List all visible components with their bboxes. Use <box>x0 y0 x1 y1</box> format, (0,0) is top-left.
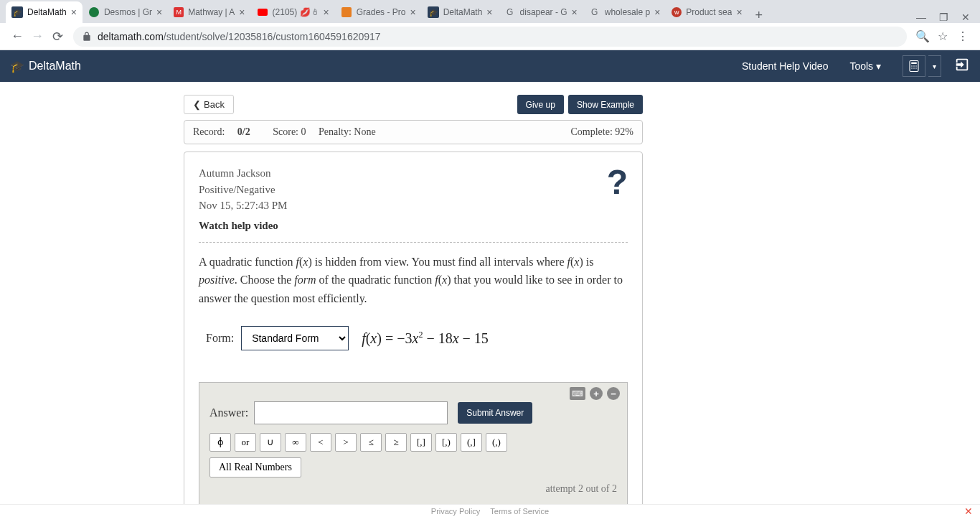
symbol-ge-button[interactable]: ≥ <box>385 433 407 452</box>
close-icon[interactable]: × <box>572 6 578 18</box>
tab-title: Product sea <box>686 7 732 17</box>
student-help-video-link[interactable]: Student Help Video <box>742 60 828 72</box>
svg-point-2 <box>911 65 913 67</box>
answer-box: ⌨ + − Answer: Submit Answer ϕ or ∪ ∞ < >… <box>199 382 628 506</box>
tab-mathway[interactable]: M Mathway | A × <box>168 1 250 23</box>
grades-favicon <box>341 6 352 18</box>
symbol-open-button[interactable]: (,) <box>486 433 507 452</box>
keyboard-icon[interactable]: ⌨ <box>570 387 585 400</box>
answer-label: Answer: <box>209 406 248 419</box>
privacy-policy-link[interactable]: Privacy Policy <box>431 507 480 516</box>
brand-text: DeltaMath <box>29 60 81 73</box>
close-icon[interactable]: × <box>324 6 329 18</box>
symbol-or-button[interactable]: or <box>235 433 256 452</box>
youtube-favicon <box>257 6 268 18</box>
submit-answer-button[interactable]: Submit Answer <box>458 402 532 424</box>
show-example-button[interactable]: Show Example <box>568 95 643 114</box>
give-up-button[interactable]: Give up <box>517 95 564 114</box>
svg-point-3 <box>913 65 915 67</box>
address-bar: ← → ⟳ deltamath.com/student/solve/120358… <box>0 23 980 50</box>
back-label: Back <box>204 99 225 110</box>
score-text: Score: 0 <box>273 126 306 137</box>
equation-display: f(x) = −3x2 − 18x − 15 <box>362 330 489 347</box>
svg-rect-1 <box>911 62 917 64</box>
bookmark-icon[interactable]: ☆ <box>933 29 953 43</box>
symbol-phi-button[interactable]: ϕ <box>209 433 231 452</box>
w-favicon: w <box>672 7 682 17</box>
symbol-gt-button[interactable]: > <box>335 433 357 452</box>
tab-youtube[interactable]: (2105) 💋🕯 × <box>251 1 335 23</box>
watch-help-video-link[interactable]: Watch help video <box>199 220 628 232</box>
calculator-dropdown[interactable]: ▾ <box>928 55 941 77</box>
symbol-le-button[interactable]: ≤ <box>360 433 382 452</box>
tab-deltamath-active[interactable]: 🎓 DeltaMath × <box>6 1 83 23</box>
record-value: 0/2 <box>237 126 250 137</box>
chevron-left-icon: ❮ <box>193 99 201 110</box>
student-name: Autumn Jackson <box>199 165 628 182</box>
footer-close-icon[interactable]: ✕ <box>964 506 973 517</box>
close-icon[interactable]: × <box>654 6 660 18</box>
calculator-icon <box>908 60 920 73</box>
close-window-icon[interactable]: ✕ <box>961 11 970 23</box>
tab-grades[interactable]: Grades - Pro × <box>335 1 422 23</box>
question-help-icon[interactable]: ? <box>607 162 628 202</box>
tab-deltamath-2[interactable]: 🎓 DeltaMath × <box>422 1 499 23</box>
tab-wholesale[interactable]: G wholesale p × <box>583 1 666 23</box>
url-domain: deltamath.com <box>98 31 164 42</box>
problem-topic: Positive/Negative <box>199 182 628 198</box>
remove-answer-icon[interactable]: − <box>607 387 620 400</box>
mathway-favicon: M <box>174 7 184 17</box>
divider <box>199 242 628 243</box>
penalty-text: Penalty: None <box>319 126 376 137</box>
form-select[interactable]: Standard Form <box>241 326 349 350</box>
symbol-halfopen2-button[interactable]: (,] <box>461 433 482 452</box>
deltamath-favicon: 🎓 <box>428 6 439 18</box>
svg-point-7 <box>915 67 917 69</box>
deltamath-logo[interactable]: 🎓 DeltaMath <box>10 60 81 73</box>
tab-disapear[interactable]: G disapear - G × <box>499 1 583 23</box>
record-bar: Record: 0/2 Score: 0 Penalty: None Compl… <box>184 120 643 144</box>
browser-tab-bar: 🎓 DeltaMath × Desmos | Gr × M Mathway | … <box>0 0 980 23</box>
svg-point-6 <box>913 67 915 69</box>
symbol-infinity-button[interactable]: ∞ <box>285 433 306 452</box>
close-icon[interactable]: × <box>71 6 77 18</box>
maximize-icon[interactable]: ❐ <box>939 11 948 23</box>
close-icon[interactable]: × <box>156 6 162 18</box>
add-answer-icon[interactable]: + <box>590 387 603 400</box>
close-icon[interactable]: × <box>486 6 492 18</box>
logout-icon[interactable] <box>954 57 970 76</box>
graduation-cap-icon: 🎓 <box>10 60 24 73</box>
url-bar[interactable]: deltamath.com/student/solve/12035816/cus… <box>73 27 907 47</box>
tab-product[interactable]: w Product sea × <box>666 1 748 23</box>
problem-card: ? Autumn Jackson Positive/Negative Nov 1… <box>184 152 643 517</box>
tab-title: Mathway | A <box>188 7 235 17</box>
symbol-row: ϕ or ∪ ∞ < > ≤ ≥ [,] [,) (,] (,) <box>209 433 617 452</box>
terms-of-service-link[interactable]: Terms of Service <box>490 507 549 516</box>
reload-icon[interactable]: ⟳ <box>47 27 67 47</box>
symbol-union-button[interactable]: ∪ <box>260 433 281 452</box>
close-icon[interactable]: × <box>239 6 245 18</box>
zoom-icon[interactable]: 🔍 <box>913 29 933 43</box>
tab-desmos[interactable]: Desmos | Gr × <box>83 1 168 23</box>
symbol-halfopen1-button[interactable]: [,) <box>435 433 457 452</box>
back-button[interactable]: ❮ Back <box>184 95 234 114</box>
minimize-icon[interactable]: — <box>916 11 926 23</box>
forward-nav-icon[interactable]: → <box>27 27 47 47</box>
tools-dropdown[interactable]: Tools ▾ <box>849 60 881 72</box>
tab-title: DeltaMath <box>27 7 67 17</box>
symbol-lt-button[interactable]: < <box>310 433 331 452</box>
answer-input[interactable] <box>254 401 448 424</box>
close-icon[interactable]: × <box>736 6 742 18</box>
attempt-text: attempt 2 out of 2 <box>209 483 617 495</box>
top-controls: ❮ Back Give up Show Example <box>184 95 643 114</box>
lock-icon <box>82 32 92 42</box>
all-real-numbers-button[interactable]: All Real Numbers <box>209 457 301 478</box>
back-nav-icon[interactable]: ← <box>7 27 27 47</box>
calculator-button[interactable] <box>903 55 925 77</box>
problem-text: A quadratic function f(x) is hidden from… <box>199 253 628 308</box>
symbol-closed-button[interactable]: [,] <box>410 433 432 452</box>
menu-icon[interactable]: ⋮ <box>953 29 973 43</box>
close-icon[interactable]: × <box>410 6 415 18</box>
tab-title: Desmos | Gr <box>104 7 152 17</box>
new-tab-button[interactable]: + <box>748 8 771 23</box>
